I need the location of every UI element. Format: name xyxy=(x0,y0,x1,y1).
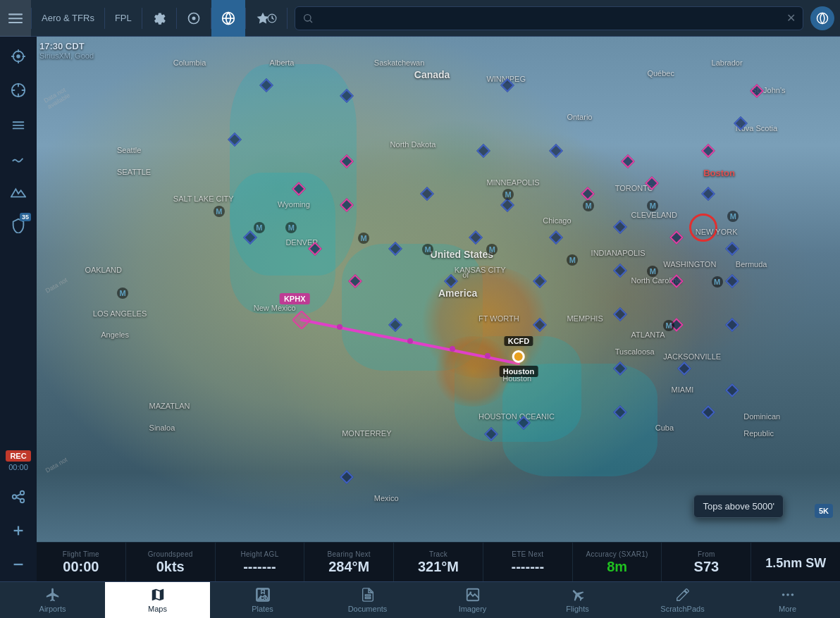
track-label: Track xyxy=(429,550,447,558)
track-item: Track 321°M xyxy=(394,543,483,581)
ete-next-label: ETE Next xyxy=(512,550,543,558)
groundspeed-value: 0kts xyxy=(156,560,185,574)
bearing-next-label: Bearing Next xyxy=(328,550,371,558)
bearing-next-item: Bearing Next 284°M xyxy=(304,543,394,581)
shield-button[interactable]: 35 xyxy=(3,210,34,241)
hamburger-button[interactable] xyxy=(0,0,31,37)
sirius-status: SiriusXM, Good xyxy=(39,51,94,60)
svg-point-10 xyxy=(16,54,20,58)
connections-button[interactable] xyxy=(3,481,34,512)
svg-rect-15 xyxy=(13,128,25,130)
airports-nav-button[interactable]: Airports xyxy=(0,582,105,618)
maps-nav-label: Maps xyxy=(148,605,167,613)
accuracy-value: 8m xyxy=(607,560,627,574)
terrain-button[interactable] xyxy=(3,176,34,207)
imagery-nav-label: Imagery xyxy=(459,605,487,613)
track-value: 321°M xyxy=(418,560,459,574)
bearing-next-value: 284°M xyxy=(328,560,369,574)
scratchpads-nav-label: ScratchPads xyxy=(660,605,704,613)
origin-label: KPHX xyxy=(280,293,310,304)
compass-button[interactable] xyxy=(3,75,34,106)
height-agl-value: ------- xyxy=(243,560,276,574)
location-button[interactable] xyxy=(3,41,34,72)
direction-value: 1.5nm SW xyxy=(765,557,826,569)
weather-button[interactable] xyxy=(177,0,211,37)
svg-point-4 xyxy=(192,16,195,20)
direction-item: 1.5nm SW xyxy=(751,543,840,581)
documents-nav-button[interactable]: Documents xyxy=(315,582,420,618)
time-display: 17:30 CDT SiriusXM, Good xyxy=(39,41,94,60)
from-value: S73 xyxy=(694,560,719,574)
left-sidebar: 35 REC 00:00 xyxy=(0,37,37,581)
maps-icon xyxy=(150,587,166,602)
zoom-out-button[interactable] xyxy=(3,549,34,580)
search-clear-button[interactable]: ✕ xyxy=(786,11,796,25)
svg-point-31 xyxy=(786,593,789,596)
rec-group: REC 00:00 xyxy=(6,450,30,471)
scale-badge: 5K xyxy=(815,504,833,518)
scratchpads-nav-button[interactable]: ScratchPads xyxy=(630,582,735,618)
settings-button[interactable] xyxy=(142,0,176,37)
flight-time-item: Flight Time 00:00 xyxy=(37,543,126,581)
flights-icon xyxy=(570,587,586,602)
flights-nav-button[interactable]: Flights xyxy=(525,582,630,618)
svg-rect-13 xyxy=(13,121,25,123)
svg-point-30 xyxy=(782,593,784,596)
imagery-nav-button[interactable]: Imagery xyxy=(420,582,525,618)
airports-icon xyxy=(45,587,61,602)
m-marker: M xyxy=(422,244,433,255)
svg-rect-0 xyxy=(8,13,23,15)
dest-code-label: KCFD xyxy=(505,336,533,346)
zoom-in-button[interactable] xyxy=(3,515,34,546)
flight-time-label: Flight Time xyxy=(63,550,99,558)
svg-point-32 xyxy=(791,593,793,596)
m-marker: M xyxy=(712,276,723,288)
documents-icon xyxy=(360,587,376,602)
more-nav-label: More xyxy=(779,605,796,613)
bottom-nav: Airports Maps Plates Documents Imagery xyxy=(0,581,840,618)
fpl-button[interactable]: FPL xyxy=(105,0,142,37)
imagery-icon xyxy=(465,587,481,602)
map-area[interactable]: KPHX Houston KCFD Canada Columbia Albert… xyxy=(37,37,840,581)
svg-point-17 xyxy=(20,491,25,495)
rec-button[interactable]: REC xyxy=(6,450,30,462)
groundspeed-label: Groundspeed xyxy=(148,550,193,558)
svg-point-8 xyxy=(304,14,310,20)
m-marker: M xyxy=(214,206,225,217)
m-marker: M xyxy=(647,266,658,277)
maps-nav-button[interactable]: Maps xyxy=(105,582,210,618)
more-nav-button[interactable]: More xyxy=(735,582,840,618)
bottom-status-bar: Flight Time 00:00 Groundspeed 0kts Heigh… xyxy=(37,542,840,581)
svg-rect-2 xyxy=(8,22,23,23)
route-button[interactable] xyxy=(3,142,34,173)
svg-point-16 xyxy=(13,495,17,499)
globe-button[interactable] xyxy=(810,6,834,30)
destination-marker[interactable]: Houston KCFD xyxy=(500,350,538,377)
svg-rect-14 xyxy=(13,125,25,126)
flights-nav-label: Flights xyxy=(566,605,588,613)
plates-nav-button[interactable]: Plates xyxy=(210,582,315,618)
more-icon xyxy=(780,587,796,602)
nav-divider-7 xyxy=(287,8,288,29)
search-box: ✕ xyxy=(295,6,803,30)
flight-time-value: 00:00 xyxy=(63,560,99,574)
scratchpads-icon xyxy=(675,587,691,602)
from-label: From xyxy=(698,550,715,558)
m-marker: M xyxy=(117,288,128,299)
map-view-button[interactable] xyxy=(211,0,245,37)
airports-nav-label: Airports xyxy=(39,605,66,613)
search-input[interactable] xyxy=(318,13,786,24)
destination-label: Houston xyxy=(500,366,538,377)
svg-point-29 xyxy=(469,591,471,593)
favorites-button[interactable] xyxy=(246,0,287,37)
svg-point-18 xyxy=(20,499,25,503)
m-marker: M xyxy=(583,200,594,211)
accuracy-label: Accuracy (SXAR1) xyxy=(586,550,648,558)
origin-marker[interactable]: KPHX xyxy=(295,313,309,327)
rec-time: 00:00 xyxy=(8,463,28,471)
aero-tfrs-button[interactable]: Aero & TFRs xyxy=(32,0,104,37)
layers-button[interactable] xyxy=(3,109,34,140)
documents-nav-label: Documents xyxy=(348,605,388,613)
shield-badge: 35 xyxy=(20,213,31,221)
groundspeed-item: Groundspeed 0kts xyxy=(126,543,216,581)
